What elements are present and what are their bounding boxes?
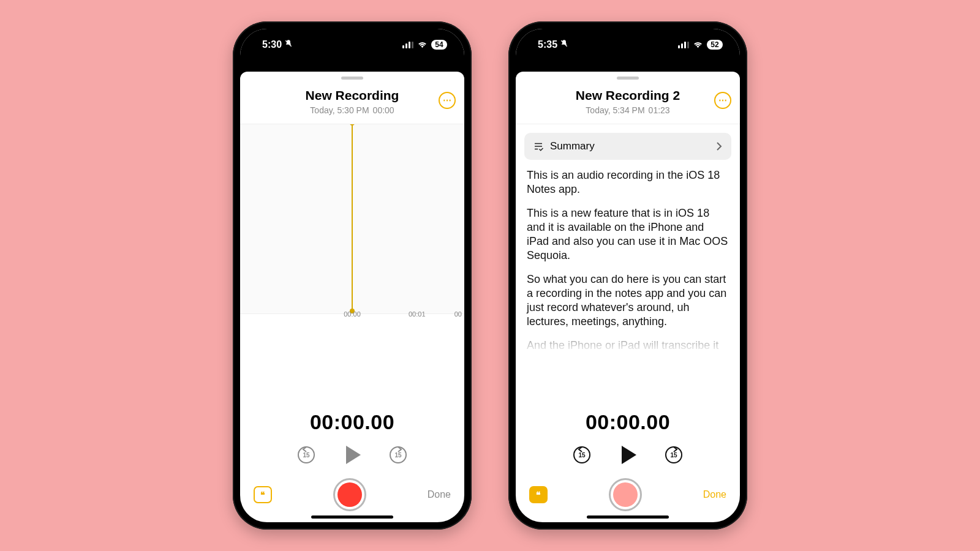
sheet-grabber[interactable] xyxy=(617,77,639,80)
phone-left: 5:30 54 New Recording Today, 5:30 PM xyxy=(233,21,472,530)
home-indicator[interactable] xyxy=(311,515,393,519)
screen-left: 5:30 54 New Recording Today, 5:30 PM xyxy=(240,29,464,522)
screen-right: 5:35 52 New Recording 2 Today, 5:34 xyxy=(516,29,740,522)
transcript-toggle-button[interactable]: ❝ xyxy=(254,486,272,503)
skip-forward-button[interactable]: 15 xyxy=(388,444,409,465)
cellular-icon xyxy=(402,41,413,48)
silent-icon xyxy=(560,39,568,50)
elapsed-time: 00:00.00 xyxy=(250,410,454,434)
transcript-paragraph: So what you can do here is you can start… xyxy=(527,272,729,329)
summary-icon xyxy=(533,141,544,152)
recording-title: New Recording 2 xyxy=(526,88,730,103)
play-button[interactable] xyxy=(341,444,363,466)
transcript-paragraph: And the iPhone or iPad will transcribe i… xyxy=(527,339,729,359)
elapsed-time: 00:00.00 xyxy=(526,410,730,434)
dynamic-island xyxy=(592,35,664,56)
sheet-grabber[interactable] xyxy=(341,77,363,80)
recording-title: New Recording xyxy=(250,88,454,103)
time-ruler: 00:00 00:01 00 xyxy=(240,308,464,318)
skip-forward-button[interactable]: 15 xyxy=(663,444,684,465)
wifi-icon xyxy=(417,39,428,50)
more-button[interactable]: ⋯ xyxy=(714,92,731,109)
battery-level: 54 xyxy=(431,40,447,50)
silent-icon xyxy=(284,39,293,50)
done-button[interactable]: Done xyxy=(703,489,726,500)
battery-level: 52 xyxy=(707,40,723,50)
recording-sheet: New Recording 2 Today, 5:34 PM01:23 ⋯ Su… xyxy=(516,72,740,522)
done-button[interactable]: Done xyxy=(428,489,451,500)
home-indicator[interactable] xyxy=(587,515,669,519)
recording-sheet: New Recording Today, 5:30 PM00:00 ⋯ 00:0… xyxy=(240,72,464,522)
skip-back-button[interactable]: 15 xyxy=(571,444,592,465)
status-time: 5:35 xyxy=(538,39,557,50)
summary-row[interactable]: Summary xyxy=(524,133,731,160)
skip-back-button[interactable]: 15 xyxy=(296,444,317,465)
transcript-body[interactable]: This is an audio recording in the iOS 18… xyxy=(516,166,740,359)
recording-subtitle: Today, 5:34 PM01:23 xyxy=(526,105,730,115)
waveform-area[interactable] xyxy=(240,124,464,314)
summary-label: Summary xyxy=(550,140,709,152)
cellular-icon xyxy=(678,41,689,48)
record-button[interactable] xyxy=(333,478,366,511)
transcript-paragraph: This is a new feature that is in iOS 18 … xyxy=(527,206,729,263)
play-button[interactable] xyxy=(617,444,639,466)
transcript-paragraph: This is an audio recording in the iOS 18… xyxy=(527,168,729,197)
chevron-right-icon xyxy=(715,141,723,151)
recording-subtitle: Today, 5:30 PM00:00 xyxy=(250,105,454,115)
playhead xyxy=(352,124,353,311)
dynamic-island xyxy=(316,35,388,56)
record-button[interactable] xyxy=(609,478,642,511)
status-time: 5:30 xyxy=(262,39,282,50)
transcript-toggle-button[interactable]: ❝ xyxy=(529,486,548,503)
wifi-icon xyxy=(693,39,703,50)
more-button[interactable]: ⋯ xyxy=(439,92,456,109)
phone-right: 5:35 52 New Recording 2 Today, 5:34 xyxy=(508,21,747,530)
